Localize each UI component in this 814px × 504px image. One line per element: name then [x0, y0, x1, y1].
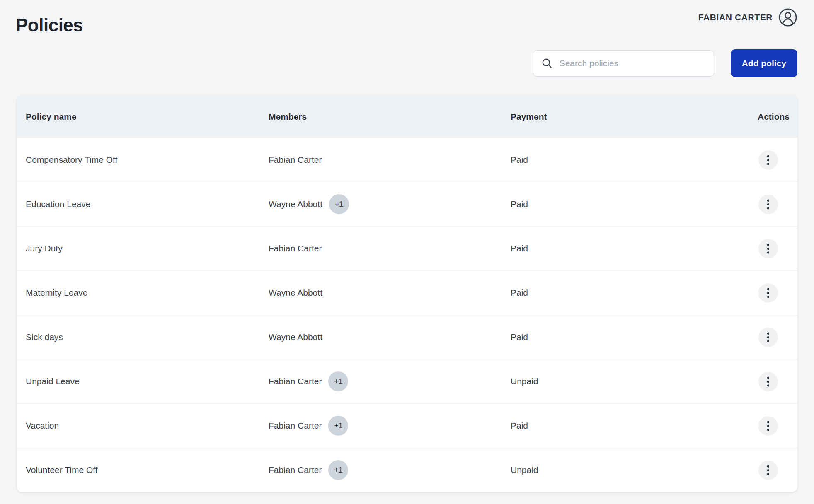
row-actions-button[interactable]	[758, 461, 778, 480]
members-cell: Fabian Carter	[269, 244, 511, 253]
page-title: Policies	[16, 14, 83, 36]
members-cell: Fabian Carter +1	[269, 460, 511, 480]
policies-table: Policy name Members Payment Actions Comp…	[17, 95, 797, 492]
add-policy-button[interactable]: Add policy	[731, 49, 797, 77]
table-body: Compensatory Time Off Fabian Carter Paid…	[17, 138, 797, 492]
extra-members-badge: +1	[328, 371, 348, 391]
payment-value: Paid	[511, 155, 528, 164]
payment-cell: Paid	[511, 244, 758, 253]
payment-value: Paid	[511, 332, 528, 342]
actions-cell	[758, 328, 797, 347]
members-cell: Fabian Carter +1	[269, 416, 511, 436]
payment-cell: Paid	[511, 421, 758, 431]
policy-name: Education Leave	[26, 199, 90, 209]
members-cell: Fabian Carter +1	[269, 371, 511, 391]
kebab-menu-icon	[767, 155, 770, 165]
row-actions-button[interactable]	[758, 283, 778, 303]
table-row: Compensatory Time Off Fabian Carter Paid	[17, 138, 797, 182]
policy-name-cell: Jury Duty	[17, 244, 269, 253]
user-circle-icon	[778, 8, 797, 27]
row-actions-button[interactable]	[758, 195, 778, 214]
column-header-members: Members	[269, 112, 511, 122]
row-actions-button[interactable]	[758, 150, 778, 170]
payment-value: Paid	[511, 199, 528, 209]
members-cell: Wayne Abbott +1	[269, 194, 511, 214]
search-icon	[541, 58, 552, 69]
members-cell: Wayne Abbott	[269, 288, 511, 298]
policy-name-cell: Volunteer Time Off	[17, 465, 269, 475]
extra-members-badge: +1	[328, 460, 348, 480]
row-actions-button[interactable]	[758, 416, 778, 436]
payment-value: Paid	[511, 244, 528, 253]
policy-name: Volunteer Time Off	[26, 465, 98, 475]
table-row: Vacation Fabian Carter +1 Paid	[17, 403, 797, 448]
row-actions-button[interactable]	[758, 328, 778, 347]
actions-cell	[758, 150, 797, 170]
user-name: FABIAN CARTER	[698, 12, 773, 22]
payment-cell: Paid	[511, 332, 758, 342]
policy-name-cell: Compensatory Time Off	[17, 155, 269, 165]
payment-cell: Unpaid	[511, 376, 758, 386]
actions-cell	[758, 239, 797, 258]
actions-cell	[758, 372, 797, 391]
column-header-payment: Payment	[511, 112, 758, 122]
row-actions-button[interactable]	[758, 239, 778, 258]
payment-cell: Paid	[511, 288, 758, 298]
payment-value: Paid	[511, 421, 528, 430]
kebab-menu-icon	[767, 244, 770, 254]
policy-name-cell: Unpaid Leave	[17, 376, 269, 386]
policies-page: Policies FABIAN CARTER Add policy Policy…	[0, 0, 814, 504]
member-name: Wayne Abbott	[269, 332, 322, 342]
toolbar: Add policy	[533, 49, 797, 77]
payment-value: Unpaid	[511, 376, 538, 386]
actions-cell	[758, 461, 797, 480]
policy-name-cell: Education Leave	[17, 199, 269, 209]
table-row: Sick days Wayne Abbott Paid	[17, 315, 797, 359]
policy-name: Compensatory Time Off	[26, 155, 117, 164]
policy-name: Sick days	[26, 332, 63, 342]
column-header-policy-name: Policy name	[17, 112, 269, 122]
payment-value: Unpaid	[511, 465, 538, 475]
member-name: Fabian Carter	[269, 244, 322, 253]
member-name: Fabian Carter	[269, 421, 322, 431]
kebab-menu-icon	[767, 421, 770, 431]
policy-name: Vacation	[26, 421, 59, 430]
extra-members-badge: +1	[328, 416, 348, 436]
members-cell: Fabian Carter	[269, 155, 511, 165]
members-cell: Wayne Abbott	[269, 332, 511, 342]
member-name: Fabian Carter	[269, 465, 322, 475]
kebab-menu-icon	[767, 332, 770, 342]
member-name: Wayne Abbott	[269, 199, 322, 209]
table-row: Volunteer Time Off Fabian Carter +1 Unpa…	[17, 448, 797, 492]
table-row: Unpaid Leave Fabian Carter +1 Unpaid	[17, 359, 797, 403]
table-row: Maternity Leave Wayne Abbott Paid	[17, 270, 797, 315]
extra-members-badge: +1	[329, 194, 349, 214]
column-header-actions: Actions	[758, 112, 797, 122]
kebab-menu-icon	[767, 376, 770, 387]
payment-cell: Paid	[511, 199, 758, 209]
policy-name: Unpaid Leave	[26, 376, 80, 386]
kebab-menu-icon	[767, 288, 770, 298]
actions-cell	[758, 416, 797, 436]
payment-cell: Paid	[511, 155, 758, 165]
payment-cell: Unpaid	[511, 465, 758, 475]
row-actions-button[interactable]	[758, 372, 778, 391]
policy-name: Maternity Leave	[26, 288, 87, 297]
policy-name: Jury Duty	[26, 244, 63, 253]
policy-name-cell: Vacation	[17, 421, 269, 431]
search-input[interactable]	[559, 58, 706, 69]
user-menu[interactable]: FABIAN CARTER	[698, 8, 797, 27]
member-name: Wayne Abbott	[269, 288, 322, 298]
actions-cell	[758, 195, 797, 214]
policy-name-cell: Sick days	[17, 332, 269, 342]
member-name: Fabian Carter	[269, 376, 322, 386]
kebab-menu-icon	[767, 199, 770, 210]
search-box	[533, 50, 714, 77]
table-header: Policy name Members Payment Actions	[17, 95, 797, 138]
kebab-menu-icon	[767, 465, 770, 475]
policy-name-cell: Maternity Leave	[17, 288, 269, 298]
table-row: Jury Duty Fabian Carter Paid	[17, 226, 797, 270]
payment-value: Paid	[511, 288, 528, 297]
table-row: Education Leave Wayne Abbott +1 Paid	[17, 182, 797, 226]
member-name: Fabian Carter	[269, 155, 322, 165]
